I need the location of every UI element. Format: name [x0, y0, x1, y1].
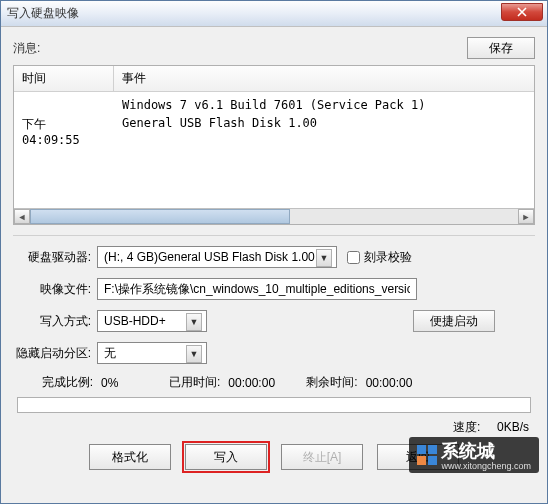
progress-bar	[17, 397, 531, 413]
log-time-cell	[14, 96, 114, 114]
log-time-cell: 下午 04:09:55	[14, 114, 114, 149]
scroll-track[interactable]	[30, 209, 518, 224]
horizontal-scrollbar[interactable]: ◄ ►	[14, 208, 534, 224]
verify-checkbox[interactable]	[347, 251, 360, 264]
scroll-left-icon[interactable]: ◄	[14, 209, 30, 224]
log-row: 下午 04:09:55 General USB Flash Disk 1.00	[14, 114, 534, 149]
log-event-cell: Windows 7 v6.1 Build 7601 (Service Pack …	[114, 96, 534, 114]
speed-value: 0KB/s	[497, 420, 529, 434]
dialog-window: 写入硬盘映像 消息: 保存 时间 事件 Windows 7 v6.1 Build…	[0, 0, 548, 504]
mode-row: 写入方式: USB-HDD+ 便捷启动	[13, 310, 535, 332]
log-listview[interactable]: 时间 事件 Windows 7 v6.1 Build 7601 (Service…	[13, 65, 535, 225]
close-icon	[517, 7, 527, 17]
progress-info-row: 完成比例: 0% 已用时间: 00:00:00 剩余时间: 00:00:00	[13, 374, 535, 391]
mode-label: 写入方式:	[13, 313, 97, 330]
hidden-row: 隐藏启动分区: 无	[13, 342, 535, 364]
hidden-partition-select[interactable]: 无	[97, 342, 207, 364]
write-mode-select[interactable]: USB-HDD+	[97, 310, 207, 332]
log-row: Windows 7 v6.1 Build 7601 (Service Pack …	[14, 96, 534, 114]
drive-label: 硬盘驱动器:	[13, 249, 97, 266]
drive-row: 硬盘驱动器: (H:, 4 GB)General USB Flash Disk …	[13, 246, 535, 268]
message-row: 消息: 保存	[13, 37, 535, 59]
save-button[interactable]: 保存	[467, 37, 535, 59]
drive-select[interactable]: (H:, 4 GB)General USB Flash Disk 1.00	[97, 246, 337, 268]
log-body: Windows 7 v6.1 Build 7601 (Service Pack …	[14, 92, 534, 153]
content-area: 消息: 保存 时间 事件 Windows 7 v6.1 Build 7601 (…	[1, 27, 547, 480]
back-button[interactable]: 返回	[377, 444, 459, 470]
scroll-thumb[interactable]	[30, 209, 290, 224]
write-button[interactable]: 写入	[185, 444, 267, 470]
hidden-label: 隐藏启动分区:	[13, 345, 97, 362]
done-value: 0%	[101, 376, 161, 390]
elapsed-label: 已用时间:	[169, 374, 220, 391]
speed-row: 速度: 0KB/s	[13, 419, 535, 436]
image-label: 映像文件:	[13, 281, 97, 298]
scroll-right-icon[interactable]: ►	[518, 209, 534, 224]
elapsed-value: 00:00:00	[228, 376, 298, 390]
action-button-row: 格式化 写入 终止[A] 返回	[13, 444, 535, 470]
remain-label: 剩余时间:	[306, 374, 357, 391]
log-header: 时间 事件	[14, 66, 534, 92]
remain-value: 00:00:00	[366, 376, 413, 390]
image-row: 映像文件:	[13, 278, 535, 300]
message-label: 消息:	[13, 40, 40, 57]
log-col-time[interactable]: 时间	[14, 66, 114, 91]
speed-label: 速度:	[453, 420, 480, 434]
log-event-cell: General USB Flash Disk 1.00	[114, 114, 534, 149]
image-path-input[interactable]	[97, 278, 417, 300]
separator	[13, 235, 535, 236]
format-button[interactable]: 格式化	[89, 444, 171, 470]
close-button[interactable]	[501, 3, 543, 21]
done-label: 完成比例:	[13, 374, 93, 391]
verify-label: 刻录校验	[364, 249, 412, 266]
log-col-event[interactable]: 事件	[114, 66, 534, 91]
quickboot-button[interactable]: 便捷启动	[413, 310, 495, 332]
verify-checkbox-wrap[interactable]: 刻录校验	[347, 249, 412, 266]
titlebar: 写入硬盘映像	[1, 1, 547, 27]
window-title: 写入硬盘映像	[7, 5, 79, 22]
abort-button[interactable]: 终止[A]	[281, 444, 363, 470]
